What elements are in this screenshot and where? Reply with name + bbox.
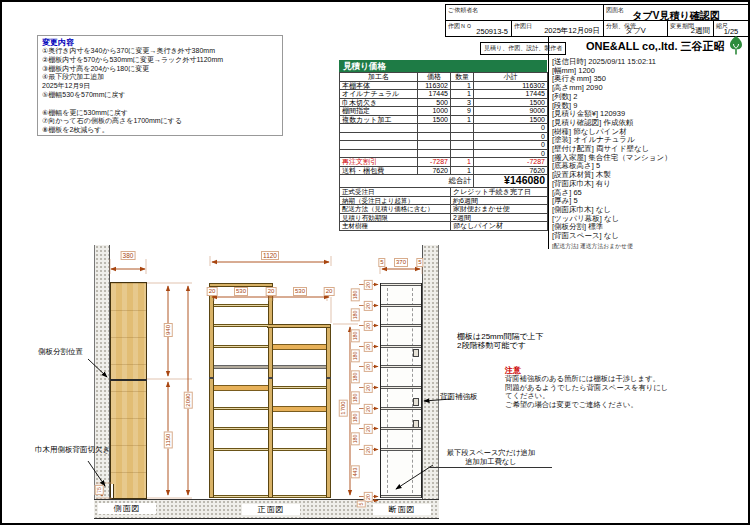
dim-label: 370 xyxy=(394,258,408,267)
section-shelf xyxy=(381,283,421,286)
dim-label: 20 xyxy=(364,445,373,455)
right-column-shelf xyxy=(273,344,326,350)
caution-line: ご希望の場合は変更でご連絡ください。 xyxy=(505,401,668,410)
left-column-shelf xyxy=(214,407,268,410)
dim-side-width: 380 xyxy=(121,251,136,260)
left-column-shelf xyxy=(214,495,268,498)
annotation-bottom-note: 最下段スペース穴だけ追加追加加工費なし xyxy=(430,449,552,468)
left-column-shelf xyxy=(214,427,268,430)
dim-label: 180 xyxy=(351,370,360,383)
annotation-back-board: 背面補強板 xyxy=(440,393,478,402)
section-view-label: 断面図 xyxy=(373,504,431,515)
left-column-shelf xyxy=(214,324,268,327)
annotation-division: 側板分割位置 xyxy=(38,348,83,357)
section-shelf xyxy=(381,304,421,307)
front-view-label: 正面図 xyxy=(242,504,300,515)
panel-split-line xyxy=(110,379,147,381)
left-column-shelf xyxy=(214,365,268,369)
dim-label: 530 xyxy=(234,287,248,296)
dim-label: 2090 xyxy=(184,391,193,408)
right-column-shelf xyxy=(273,448,326,451)
section-shelf xyxy=(381,427,421,430)
section-shelf xyxy=(381,365,421,368)
dim-label: 20 xyxy=(266,287,277,296)
dim-label: 20 xyxy=(324,287,335,296)
right-column-shelf xyxy=(273,365,326,369)
dim-label: 180 xyxy=(351,391,360,404)
dim-label: 20 xyxy=(364,383,373,393)
dim-label: 20 xyxy=(364,404,373,414)
dim-label: 20 xyxy=(364,342,373,352)
dim-label: 940 xyxy=(164,323,173,337)
shelf-note-line: 2段階移動可能です xyxy=(457,342,544,351)
section-hole-line xyxy=(387,288,388,493)
dim-label: 180 xyxy=(351,288,360,301)
right-column-shelf xyxy=(273,406,326,412)
right-column-top-cap xyxy=(267,324,331,328)
dim-label: 5 xyxy=(416,258,423,267)
section-hole-line xyxy=(412,288,413,493)
annotation-caution: 注意 背面補強板のある箇所には棚板は干渉します。問題があるようでしたら背面スペー… xyxy=(505,366,668,409)
section-shelf xyxy=(381,448,421,451)
dim-label: 180 xyxy=(351,350,360,363)
right-column-shelf xyxy=(273,427,326,430)
dim-label: 180 xyxy=(351,432,360,445)
drawing-area: 380 1120 側板分割位置 巾木用側板背面切欠き 棚板は25mm間隔で上下2… xyxy=(2,2,750,525)
section-shelf xyxy=(381,495,421,498)
caution-lines: 背面補強板のある箇所には棚板は干渉します。問題があるようでしたら背面スペースを有… xyxy=(505,375,668,409)
dim-label: 5 xyxy=(378,258,385,267)
post-joint-mark xyxy=(326,377,331,379)
post-joint-mark xyxy=(268,377,273,379)
dim-front-width: 1120 xyxy=(261,251,279,260)
section-shelf xyxy=(381,324,421,327)
dim-label: 530 xyxy=(293,287,307,296)
left-column-shelf xyxy=(214,345,268,348)
side-panel xyxy=(110,282,147,499)
annotation-shelf-note: 棚板は25mm間隔で上下2段階移動可能です xyxy=(457,333,544,350)
section-shelf xyxy=(381,386,421,389)
dim-label: 20 xyxy=(364,362,373,372)
front-post-middle xyxy=(268,283,273,498)
estimate-confirmation-sheet: ご依頼者名 図面名 タブV見積り確認図 作図ＮＯ 250913-5 作図日 20… xyxy=(0,0,750,525)
post-joint-mark xyxy=(209,377,214,379)
baseboard-notch xyxy=(111,484,114,498)
annotation-notch: 巾木用側板背面切欠き xyxy=(35,446,110,455)
left-column-shelf xyxy=(214,448,268,451)
dim-label: 20 xyxy=(364,321,373,331)
section-shelf xyxy=(381,407,421,410)
left-column-shelf xyxy=(214,304,268,307)
dim-label: 180 xyxy=(351,412,360,425)
dim-label: 180 xyxy=(351,329,360,342)
dim-label: 20 xyxy=(364,301,373,311)
right-column-shelf xyxy=(273,386,326,389)
dim-label: 1700 xyxy=(339,399,348,416)
dim-label: 20 xyxy=(364,280,373,290)
section-shelf xyxy=(381,345,421,348)
dim-label: 443 xyxy=(351,466,360,479)
back-reinforcement-block xyxy=(413,349,419,357)
dim-label: 20 xyxy=(364,424,373,434)
left-column-shelf xyxy=(214,385,268,391)
dim-label: 180 xyxy=(351,309,360,322)
bottom-note-line: 追加加工費なし xyxy=(430,458,552,467)
left-wall xyxy=(94,245,110,499)
right-column-shelf xyxy=(273,495,326,498)
dim-label: 75 xyxy=(95,485,104,495)
front-post-right xyxy=(326,324,331,498)
back-reinforcement-block xyxy=(413,398,419,406)
dim-label: 20 xyxy=(207,287,218,296)
dim-label: 1150 xyxy=(164,432,173,449)
side-view-label: 側面図 xyxy=(98,503,156,514)
dim-label: 5 xyxy=(357,501,366,508)
